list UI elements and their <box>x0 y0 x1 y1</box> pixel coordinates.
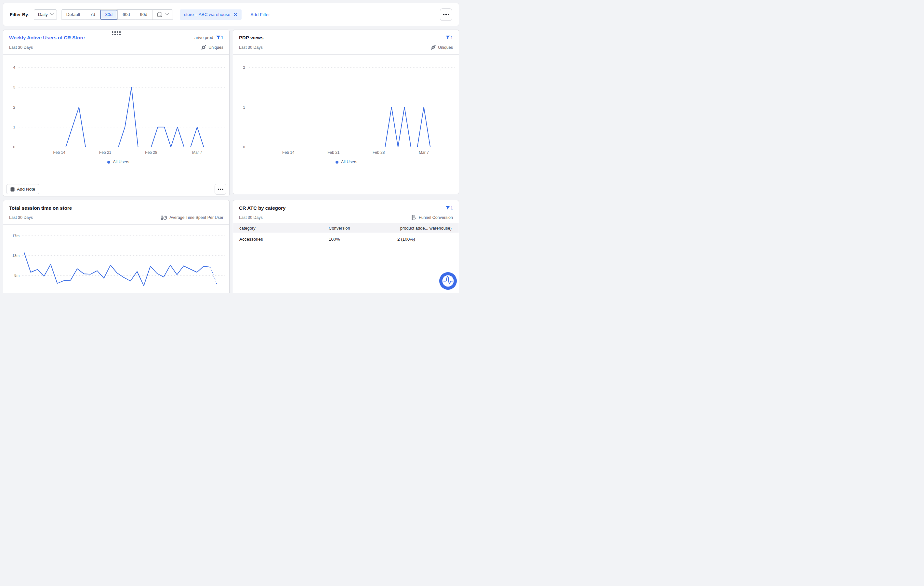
range-label: Last 30 Days <box>239 45 263 50</box>
svg-text:3: 3 <box>13 85 15 89</box>
card-title[interactable]: Total session time on store <box>9 205 72 211</box>
amplitude-assistant-fab[interactable] <box>439 272 457 290</box>
svg-text:Feb 28: Feb 28 <box>373 150 385 155</box>
card-title[interactable]: PDP views <box>239 35 264 40</box>
filter-bar: Filter By: Daily Default 7d 30d 60d 90d … <box>3 3 459 26</box>
filter-count-badge[interactable]: 1 <box>446 35 453 40</box>
table-cell: 2 (100%) <box>397 237 459 242</box>
line-chart-weekly-active-users[interactable]: 01234Feb 14Feb 21Feb 28Mar 7 <box>3 54 230 157</box>
table-cell: Accessories <box>233 237 329 242</box>
line-chart-pdp-views[interactable]: 012Feb 14Feb 21Feb 28Mar 7 <box>233 54 459 157</box>
amplitude-logo-icon <box>439 272 457 290</box>
svg-text:1: 1 <box>243 106 245 109</box>
svg-text:4: 4 <box>13 65 16 69</box>
svg-text:Mar 7: Mar 7 <box>419 150 429 155</box>
env-label: arive prod <box>195 35 213 40</box>
series-dot-icon <box>335 161 338 163</box>
filter-count-badge[interactable]: 1 <box>216 35 223 40</box>
range-label: Last 30 Days <box>239 215 263 220</box>
funnel-icon <box>446 206 450 210</box>
card-more-button[interactable] <box>214 184 226 195</box>
date-range-segmented-control: Default 7d 30d 60d 90d <box>61 10 173 20</box>
card-weekly-active-users: Weekly Active Users of CR Store arive pr… <box>3 30 229 196</box>
card-header: Total session time on store Last 30 Days… <box>3 200 229 225</box>
ellipsis-icon <box>443 14 445 15</box>
person-stopwatch-icon <box>161 215 167 220</box>
chart-legend: All Users <box>250 160 443 164</box>
series-dot-icon <box>107 161 110 163</box>
funnel-icon <box>216 35 220 40</box>
svg-text:0: 0 <box>13 145 15 149</box>
card-footer: Add Note <box>3 182 229 196</box>
metric-toggle-avg-time[interactable]: Average Time Spent Per User <box>161 215 223 220</box>
chevron-down-icon <box>50 12 54 15</box>
uniques-icon <box>431 45 436 50</box>
svg-text:Feb 21: Feb 21 <box>327 150 340 155</box>
funnel-icon <box>446 35 450 40</box>
svg-text:2: 2 <box>13 106 15 109</box>
close-icon[interactable] <box>234 13 238 16</box>
card-title-link[interactable]: Weekly Active Users of CR Store <box>9 35 85 40</box>
filter-count-badge[interactable]: 1 <box>446 206 453 210</box>
range-label: Last 30 Days <box>9 45 33 50</box>
card-header: PDP views 1 Last 30 Days Uniqu <box>233 30 459 54</box>
calendar-icon <box>157 12 163 17</box>
column-header-2[interactable]: Conversion <box>329 226 397 231</box>
range-button-7d[interactable]: 7d <box>85 10 100 20</box>
svg-text:2: 2 <box>243 65 245 69</box>
legend-item-all-users[interactable]: All Users <box>107 160 129 164</box>
range-button-30d[interactable]: 30d <box>100 10 118 20</box>
svg-text:1: 1 <box>13 125 15 129</box>
drag-handle-dots[interactable] <box>112 31 120 35</box>
svg-text:Mar 7: Mar 7 <box>192 150 202 155</box>
table-header-row: categoryConversionproduct adde... wareho… <box>233 223 459 233</box>
range-label: Last 30 Days <box>9 215 33 220</box>
card-cr-atc-by-category: CR ATC by category 1 Last 30 Days <box>233 200 459 293</box>
table-cell: 100% <box>329 237 397 242</box>
svg-text:17m: 17m <box>12 234 20 238</box>
range-button-90d[interactable]: 90d <box>135 10 152 20</box>
filter-chip-store[interactable]: store = ABC warehouse <box>180 10 242 20</box>
svg-text:8m: 8m <box>14 274 20 277</box>
filter-bar-more-button[interactable] <box>440 8 452 21</box>
legend-item-all-users[interactable]: All Users <box>335 160 357 164</box>
card-pdp-views: PDP views 1 Last 30 Days Uniqu <box>233 30 459 194</box>
column-header-1[interactable]: category <box>233 226 329 231</box>
chevron-down-icon <box>165 12 169 15</box>
metric-toggle-uniques[interactable]: Uniques <box>201 45 223 50</box>
filter-by-label: Filter By: <box>10 12 30 17</box>
add-note-button[interactable]: Add Note <box>6 184 40 194</box>
svg-text:Feb 14: Feb 14 <box>282 150 295 155</box>
calendar-range-button[interactable] <box>152 10 173 20</box>
clipboard-icon <box>10 187 15 191</box>
add-filter-link[interactable]: Add Filter <box>250 12 270 17</box>
interval-dropdown-value: Daily <box>38 12 48 17</box>
svg-text:0: 0 <box>243 145 245 149</box>
metric-toggle-uniques[interactable]: Uniques <box>431 45 453 50</box>
column-header-3[interactable]: product adde... warehouse) <box>397 226 459 231</box>
uniques-icon <box>201 45 206 50</box>
range-button-default[interactable]: Default <box>61 10 85 20</box>
metric-toggle-funnel-conversion[interactable]: Funnel Conversion <box>412 215 453 220</box>
card-title[interactable]: CR ATC by category <box>239 205 285 211</box>
card-total-session-time: Total session time on store Last 30 Days… <box>3 200 229 293</box>
interval-dropdown[interactable]: Daily <box>34 10 57 20</box>
filter-chip-text: store = ABC warehouse <box>184 12 230 17</box>
svg-text:Feb 21: Feb 21 <box>99 150 112 155</box>
funnel-bars-icon <box>412 215 417 220</box>
svg-text:13m: 13m <box>12 254 20 258</box>
ellipsis-icon <box>218 188 219 190</box>
chart-legend: All Users <box>20 160 217 164</box>
range-button-60d[interactable]: 60d <box>117 10 135 20</box>
svg-text:Feb 14: Feb 14 <box>53 150 66 155</box>
funnel-conversion-table: categoryConversionproduct adde... wareho… <box>233 223 459 245</box>
svg-text:Feb 28: Feb 28 <box>145 150 157 155</box>
table-row[interactable]: Accessories100%2 (100%) <box>233 233 459 245</box>
line-chart-session-time[interactable]: 17m13m8m <box>3 225 230 293</box>
card-header: CR ATC by category 1 Last 30 Days <box>233 200 459 220</box>
